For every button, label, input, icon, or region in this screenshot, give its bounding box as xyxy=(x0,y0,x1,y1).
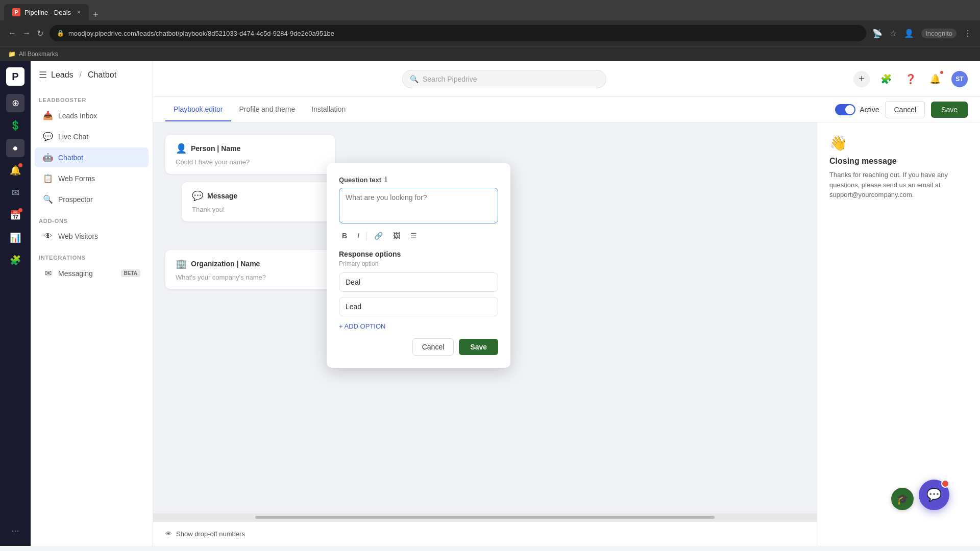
image-btn[interactable]: 🖼 xyxy=(390,230,403,242)
question-textarea[interactable] xyxy=(339,188,498,223)
sidebar-item-leads-inbox[interactable]: 📥 Leads Inbox xyxy=(35,106,149,126)
add-option-link[interactable]: + ADD OPTION xyxy=(339,322,385,330)
sidebar-header: ☰ Leads / Chatbot xyxy=(31,69,153,89)
user-avatar[interactable]: ST xyxy=(951,71,968,87)
reload-btn[interactable]: ↻ xyxy=(37,29,43,38)
sidebar-messaging-label: Messaging xyxy=(58,269,93,278)
closing-title: Closing message xyxy=(829,157,968,166)
top-bar: 🔍 Search Pipedrive + 🧩 ❓ 🔔 ST xyxy=(153,61,980,97)
bottom-bar: 👁 Show drop-off numbers xyxy=(153,521,817,546)
canvas-card-person[interactable]: 👤 Person | Name Could I have your name? xyxy=(165,135,335,174)
tab-profile-theme[interactable]: Profile and theme xyxy=(231,98,304,121)
popup-cancel-btn[interactable]: Cancel xyxy=(412,338,454,356)
show-dropoff-label: Show drop-off numbers xyxy=(176,530,245,538)
closing-text: Thanks for reaching out. If you have any… xyxy=(829,170,968,200)
message-card-icon: 💬 xyxy=(192,190,203,202)
strip-nav-notifications[interactable]: 🔔 xyxy=(6,161,24,180)
list-btn[interactable]: ☰ xyxy=(407,230,420,242)
leadbooster-section-label: LEADBOOSTER xyxy=(31,89,153,105)
response-primary-label: Primary option xyxy=(339,260,498,267)
question-popup: Question text ℹ B I 🔗 🖼 ☰ Response xyxy=(327,163,510,368)
question-info-icon[interactable]: ℹ xyxy=(384,176,387,184)
save-button[interactable]: Save xyxy=(931,102,968,118)
sidebar-item-chatbot[interactable]: 🤖 Chatbot xyxy=(35,147,149,167)
person-card-title: Person | Name xyxy=(191,144,240,153)
search-box[interactable]: 🔍 Search Pipedrive xyxy=(402,70,606,88)
horizontal-scrollbar[interactable] xyxy=(255,516,715,519)
cast-icon[interactable]: 📡 xyxy=(872,29,883,38)
search-placeholder: Search Pipedrive xyxy=(423,75,477,83)
org-card-icon: 🏢 xyxy=(176,258,187,269)
canvas-area: 👤 Person | Name Could I have your name? … xyxy=(153,122,817,546)
tab-close-btn[interactable]: × xyxy=(77,9,81,16)
bookmarks-folder-icon: 📁 xyxy=(8,51,16,58)
tab-title: Pipeline - Deals xyxy=(24,9,71,16)
notif-badge-dot xyxy=(939,70,944,75)
strip-nav-tasks[interactable]: 📅 xyxy=(6,206,24,224)
popup-save-btn[interactable]: Save xyxy=(459,339,498,355)
bookmark-star-icon[interactable]: ☆ xyxy=(890,29,897,38)
back-btn[interactable]: ← xyxy=(8,29,16,38)
lock-icon: 🔒 xyxy=(57,30,64,37)
popup-actions: Cancel Save xyxy=(339,338,498,356)
messaging-icon: ✉ xyxy=(43,268,53,278)
message-card-subtitle: Thank you! xyxy=(192,206,325,213)
forward-btn[interactable]: → xyxy=(22,29,31,38)
new-tab-btn[interactable]: + xyxy=(93,10,99,20)
canvas-card-message[interactable]: 💬 Message Thank you! xyxy=(182,182,335,221)
sidebar-collapse-btn[interactable]: ☰ xyxy=(39,69,47,81)
sidebar-web-visitors-label: Web Visitors xyxy=(58,232,98,240)
live-chat-icon: 💬 xyxy=(43,132,53,141)
tab-playbook-editor[interactable]: Playbook editor xyxy=(165,98,231,121)
strip-nav-leads[interactable]: ● xyxy=(6,139,24,157)
content-area: 👤 Person | Name Could I have your name? … xyxy=(153,122,980,546)
learn-widget-btn[interactable]: 🎓 xyxy=(891,488,914,510)
integrations-section-label: INTEGRATIONS xyxy=(31,246,153,263)
strip-nav-deals[interactable]: 💲 xyxy=(6,116,24,135)
help-btn[interactable]: ❓ xyxy=(902,71,919,87)
browser-tab[interactable]: P Pipeline - Deals × xyxy=(4,4,89,20)
address-bar[interactable]: 🔒 moodjoy.pipedrive.com/leads/chatbot/pl… xyxy=(50,25,866,41)
chat-notif-dot xyxy=(941,480,949,488)
option2-input[interactable] xyxy=(339,297,498,316)
prospector-icon: 🔍 xyxy=(43,194,53,204)
task-notification-dot xyxy=(18,208,22,212)
active-label: Active xyxy=(860,106,879,114)
sidebar-item-web-forms[interactable]: 📋 Web Forms xyxy=(35,168,149,188)
more-options-icon[interactable]: ⋮ xyxy=(964,29,972,38)
sidebar-item-messaging[interactable]: ✉ Messaging BETA xyxy=(35,263,149,283)
browser-chrome: P Pipeline - Deals × + ← → ↻ 🔒 moodjoy.p… xyxy=(0,0,980,61)
sidebar-leads-title: Leads xyxy=(51,70,74,80)
incognito-label: Incognito xyxy=(921,29,957,38)
canvas-card-organization[interactable]: 🏢 Organization | Name What's your compan… xyxy=(165,250,335,289)
notifications-btn[interactable]: 🔔 xyxy=(927,71,943,87)
option1-input[interactable] xyxy=(339,272,498,292)
show-dropoff[interactable]: 👁 Show drop-off numbers xyxy=(165,530,245,538)
cancel-button[interactable]: Cancel xyxy=(885,101,925,118)
toggle-knob xyxy=(845,105,854,114)
strip-nav-reports[interactable]: 📊 xyxy=(6,229,24,247)
bold-btn[interactable]: B xyxy=(339,230,350,242)
chat-widget-btn[interactable]: 💬 xyxy=(919,480,949,510)
strip-nav-home[interactable]: ⊕ xyxy=(6,94,24,112)
icon-strip: P ⊕ 💲 ● 🔔 ✉ 📅 📊 🧩 ··· xyxy=(0,61,31,546)
italic-btn[interactable]: I xyxy=(354,230,362,242)
sidebar-chatbot-label: Chatbot xyxy=(58,154,83,162)
link-btn[interactable]: 🔗 xyxy=(371,230,386,242)
add-button[interactable]: + xyxy=(853,71,870,87)
sidebar-item-prospector[interactable]: 🔍 Prospector xyxy=(35,189,149,209)
sidebar-item-live-chat[interactable]: 💬 Live Chat xyxy=(35,127,149,146)
sidebar-item-web-visitors[interactable]: 👁 Web Visitors xyxy=(35,227,149,246)
tab-installation[interactable]: Installation xyxy=(303,98,354,121)
org-card-title: Organization | Name xyxy=(191,260,260,268)
message-card-title: Message xyxy=(207,192,237,200)
strip-nav-mail[interactable]: ✉ xyxy=(6,184,24,202)
active-toggle-switch[interactable] xyxy=(835,104,855,115)
app-logo[interactable]: P xyxy=(6,67,24,86)
addons-section-label: ADD-ONS xyxy=(31,210,153,226)
strip-nav-integrations[interactable]: 🧩 xyxy=(6,251,24,269)
extensions-btn[interactable]: 🧩 xyxy=(878,71,894,87)
profile-icon[interactable]: 👤 xyxy=(904,29,914,38)
strip-nav-more[interactable]: ··· xyxy=(6,521,24,540)
popup-question-label: Question text ℹ xyxy=(339,176,498,184)
